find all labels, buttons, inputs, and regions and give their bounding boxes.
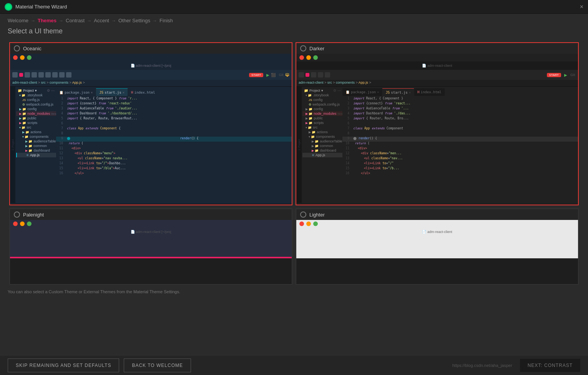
ide-breadcrumb-darker: adm-react-client > src > components > Ap… xyxy=(296,80,578,87)
toolbar-icon-d3 xyxy=(311,72,316,78)
toolbar-icon-3 xyxy=(25,72,30,78)
tl-red-lighter xyxy=(299,221,304,226)
tab-index-d: H index.html xyxy=(414,88,445,96)
close-button[interactable]: × xyxy=(580,3,583,10)
sidebar-scripts-d: ▶ 📁 scripts xyxy=(302,121,342,125)
toolbar-icon-d2 xyxy=(306,73,309,77)
ide-editor-oceanic: 📋 package.json × JS start.js × H index.h… xyxy=(56,87,292,203)
toolbar-start-btn-d: START xyxy=(547,73,561,77)
theme-name-oceanic: Oceanic xyxy=(23,46,42,51)
sidebar-project-d: 📁 Project ▾ ⚙ — xyxy=(302,88,342,93)
sidebar-public: ▶ 📁 public xyxy=(16,116,56,121)
tl-green-oceanic xyxy=(27,55,32,60)
tl-green-darker xyxy=(313,55,318,60)
nav-accent[interactable]: Accent xyxy=(94,18,109,23)
next-button[interactable]: NEXT: CONTRAST xyxy=(520,359,580,372)
skip-button[interactable]: SKIP REMAINING AND SET DEFAULTS xyxy=(8,358,119,372)
ide-title-darker: 📄 adm-react-client xyxy=(422,64,452,68)
sidebar-dashboard: ▶ 📁 dashboard xyxy=(16,148,56,153)
theme-radio-lighter[interactable] xyxy=(300,211,306,218)
nav-arrow-5: → xyxy=(153,18,157,23)
ide-title-oceanic: 📄 adm-react-client [~/proj xyxy=(131,64,171,68)
toolbar-icon-4 xyxy=(32,72,37,78)
toolbar-icon-7 xyxy=(52,72,58,78)
ide-title-lighter: 📄 adm-react-client xyxy=(296,228,578,236)
tab-start-d: JS start.js × xyxy=(382,88,414,96)
sidebar-appjs: ⚛ App.js xyxy=(16,153,56,157)
toolbar-icon-d4 xyxy=(318,72,323,78)
editor-tabs-oceanic: 📋 package.json × JS start.js × H index.h… xyxy=(56,88,292,96)
ide-titlebar-darker: 📄 adm-react-client xyxy=(296,61,578,70)
stop-icon: ⬛ xyxy=(271,73,276,77)
editor-tabs-darker: 📋 package.json × JS start.js × H index.h… xyxy=(342,88,578,96)
toolbar-icon-6 xyxy=(45,72,51,78)
nav-welcome[interactable]: Welcome xyxy=(8,18,28,23)
breadcrumb-nav: Welcome → Themes → Contrast → Accent → O… xyxy=(0,14,588,27)
nav-contrast[interactable]: Contrast xyxy=(66,18,85,23)
toolbar-icon-8 xyxy=(59,72,65,78)
toolbar-icon-2 xyxy=(19,73,23,77)
sidebar-storybook-d: ▾ 📁 .storybook xyxy=(302,93,342,97)
sidebar-config-d: JS config xyxy=(302,97,342,102)
sidebar-dashboard-d: ▶ 📁 dashboard xyxy=(302,148,342,153)
bottom-note-text: You can also select a Custom Theme or Ex… xyxy=(8,289,180,294)
theme-header-darker: Darker xyxy=(296,43,578,54)
sidebar-common: ▶ 📁 common xyxy=(16,144,56,148)
theme-radio-darker[interactable] xyxy=(300,45,306,51)
tl-yellow-palenight xyxy=(20,221,25,226)
tl-yellow-lighter xyxy=(306,221,311,226)
sidebar-src: ▾ 📁 src xyxy=(16,125,56,130)
bottom-note: You can also select a Custom Theme or Ex… xyxy=(0,286,588,296)
toolbar-start-btn: START xyxy=(249,73,263,77)
tl-green-lighter xyxy=(313,221,318,226)
app-logo xyxy=(5,3,12,11)
ide-toolbar-oceanic: START ▶ ⬛ Git: 🔱 xyxy=(10,70,292,80)
theme-radio-palenight[interactable] xyxy=(14,211,20,218)
ide-preview-palenight: 📄 adm-react-client [~/proj xyxy=(10,220,292,258)
sidebar-audience-d: ▶ 📁 audienceTable xyxy=(302,139,342,144)
ide-body-oceanic: 1: Project 📁 Project ▾ ⚙ — ▾ 📁 .storyboo… xyxy=(10,87,292,203)
app-title: Material Theme Wizard xyxy=(15,4,67,10)
theme-name-lighter: Lighter xyxy=(309,212,325,218)
nav-other[interactable]: Other Settings xyxy=(118,18,150,23)
ide-toolbar-darker: START ▶ Git: xyxy=(296,70,578,80)
ide-preview-oceanic: 📄 adm-react-client [~/proj START ▶ ⬛ Git… xyxy=(10,54,292,204)
nav-arrow-4: → xyxy=(111,18,116,23)
toolbar-icon-5 xyxy=(38,72,44,78)
theme-header-oceanic: Oceanic xyxy=(10,43,292,54)
nav-themes[interactable]: Themes xyxy=(38,18,56,23)
ide-preview-darker: 📄 adm-react-client START ▶ Git: adm-reac… xyxy=(296,54,578,204)
theme-name-palenight: Palenight xyxy=(23,212,44,218)
tab-start-oceanic: JS start.js × xyxy=(96,88,128,96)
sidebar-config: ▶ 📁 config xyxy=(16,107,56,111)
back-button[interactable]: BACK TO WELCOME xyxy=(124,358,191,372)
nav-arrow-3: → xyxy=(87,18,91,23)
nav-finish[interactable]: Finish xyxy=(159,18,173,23)
traffic-lights-lighter xyxy=(296,220,578,228)
sidebar-storybook: ▾ 📁 .storybook xyxy=(16,93,56,97)
traffic-lights-darker xyxy=(296,54,578,61)
run-icon-d: ▶ xyxy=(564,73,567,77)
theme-card-palenight[interactable]: Palenight 📄 adm-react-client [~/proj xyxy=(9,208,292,285)
sidebar-config-folder-d: ▶ 📁 config xyxy=(302,107,342,111)
theme-card-oceanic[interactable]: Oceanic 📄 adm-react-client [~/proj xyxy=(9,42,292,205)
theme-card-darker[interactable]: Darker 📄 adm-react-client START xyxy=(296,42,579,205)
ide-title-palenight: 📄 adm-react-client [~/proj xyxy=(10,228,292,236)
tab-index-oceanic: H index.html xyxy=(128,88,158,96)
toolbar-icon-1 xyxy=(12,72,18,78)
theme-card-lighter[interactable]: Lighter 📄 adm-react-client xyxy=(296,208,579,285)
nav-arrow-2: → xyxy=(59,18,63,23)
ide-editor-darker: 📋 package.json × JS start.js × H index.h… xyxy=(342,87,578,203)
footer-left: SKIP REMAINING AND SET DEFAULTS BACK TO … xyxy=(8,358,191,372)
ide-breadcrumb-oceanic: adm-react-client > src > components > Ap… xyxy=(10,80,292,87)
sidebar-scripts: ▶ 📁 scripts xyxy=(16,121,56,125)
traffic-lights-palenight xyxy=(10,220,292,228)
sidebar-components: ▾ 📁 components xyxy=(16,134,56,139)
theme-radio-oceanic[interactable] xyxy=(14,45,20,51)
nav-arrow-1: → xyxy=(31,18,35,23)
tl-red-darker xyxy=(299,55,304,60)
sidebar-public-d: ▶ 📁 public xyxy=(302,116,342,121)
toolbar-icon-9 xyxy=(66,72,71,78)
sidebar-node-d: ▶ 📁 node_modules library root xyxy=(302,111,342,116)
sidebar-components-d: ▾ 📁 components xyxy=(302,134,342,139)
